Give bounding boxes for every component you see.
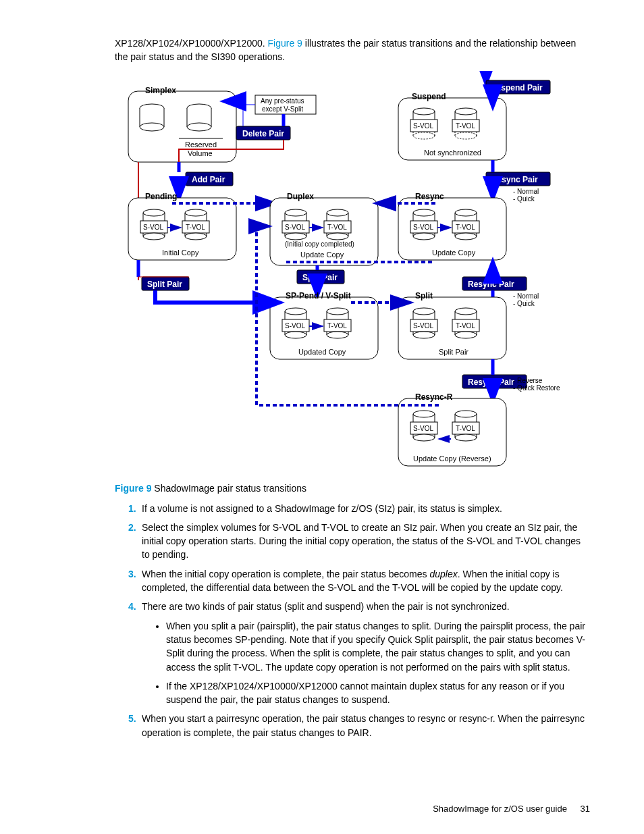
svg-point-73 — [455, 332, 477, 338]
step-3: When the initial copy operation is compl… — [128, 567, 590, 595]
svg-text:S-VOL: S-VOL — [285, 224, 305, 231]
svg-text:S-VOL: S-VOL — [413, 122, 433, 130]
intro-paragraph: XP128/XP1024/XP10000/XP12000. Figure 9 i… — [115, 36, 590, 64]
svg-text:T-VOL: T-VOL — [456, 224, 475, 231]
step-4a: When you split a pair (pairsplit), the p… — [166, 619, 590, 674]
updated-copy: Updated Copy — [298, 348, 346, 356]
svg-point-69 — [413, 332, 435, 338]
svg-text:T-VOL: T-VOL — [186, 224, 205, 231]
footer-title: ShadowImage for z/OS user guide — [433, 804, 567, 814]
step-4: There are two kinds of pair status (spli… — [128, 600, 590, 706]
svg-point-46 — [413, 233, 435, 240]
svg-point-31 — [185, 209, 207, 216]
svg-point-64 — [327, 332, 348, 338]
intro-prefix: XP128/XP1024/XP10000/XP12000. — [115, 38, 268, 49]
svg-point-50 — [455, 233, 477, 240]
update-copy-txt: Update Copy — [300, 251, 344, 259]
svg-point-17 — [455, 108, 477, 115]
state-pending-title: Pending — [145, 192, 177, 201]
split-pair-left-button: Split Pair — [147, 280, 182, 289]
figure-caption: Figure 9 ShadowImage pair status transit… — [115, 483, 590, 494]
svg-text:T-VOL: T-VOL — [327, 322, 347, 330]
not-sync: Not synchronized — [424, 149, 481, 157]
svg-point-13 — [413, 108, 435, 115]
split-pair-center-button: Split Pair — [302, 273, 338, 282]
step-5: When you start a pairresync operation, t… — [128, 712, 590, 739]
state-duplex-title: Duplex — [287, 192, 314, 201]
page-footer: ShadowImage for z/OS user guide 31 — [433, 804, 590, 814]
svg-text:T-VOL: T-VOL — [456, 122, 475, 130]
svg-text:- Normal: - Normal — [513, 292, 539, 300]
resync-pair-button-1: Resync Pair — [491, 175, 538, 184]
delete-pair-button: Delete Pair — [242, 129, 284, 138]
svg-point-36 — [285, 209, 306, 216]
svg-text:- Quick Restore: - Quick Restore — [513, 384, 560, 392]
svg-text:T-VOL: T-VOL — [456, 322, 475, 330]
svg-point-40 — [327, 209, 348, 216]
suspend-pair-button: Suspend Pair — [491, 83, 543, 93]
svg-text:S-VOL: S-VOL — [413, 224, 433, 231]
step-1: If a volume is not assigned to a ShadowI… — [128, 502, 590, 515]
svg-point-60 — [285, 332, 306, 338]
svg-point-63 — [327, 308, 348, 315]
update-copy-resync: Update Copy — [432, 249, 476, 257]
svg-point-37 — [285, 233, 306, 240]
state-sp-pend: SP-Pend / V-Split — [286, 291, 351, 301]
resync-pair-button-2: Resync Pair — [468, 280, 514, 289]
svg-text:S-VOL: S-VOL — [285, 322, 305, 330]
state-suspend-title: Suspend — [412, 92, 446, 101]
state-transition-diagram: Simplex Reserved Volume Any pre-status e… — [115, 71, 574, 473]
page-number: 31 — [581, 804, 590, 814]
resync-pair-button-3: Resync Pair — [468, 377, 514, 387]
svg-point-27 — [143, 209, 165, 216]
figure-link[interactable]: Figure 9 — [268, 38, 302, 49]
steps-list: If a volume is not assigned to a ShadowI… — [115, 502, 590, 739]
svg-point-81 — [413, 434, 435, 441]
any-pre-status: Any pre-status — [261, 97, 304, 105]
svg-point-41 — [327, 233, 348, 240]
svg-text:T-VOL: T-VOL — [456, 425, 475, 432]
svg-point-85 — [455, 434, 477, 441]
initial-copy-comp: (Initial copy completed) — [285, 240, 354, 248]
reserved-label: Reserved — [185, 140, 217, 149]
svg-point-3 — [140, 123, 164, 131]
svg-text:- Quick: - Quick — [513, 300, 535, 307]
svg-point-84 — [455, 411, 477, 417]
svg-text:- Normal: - Normal — [513, 188, 539, 195]
svg-point-49 — [455, 209, 477, 216]
svg-text:S-VOL: S-VOL — [413, 322, 433, 330]
svg-point-32 — [185, 233, 207, 240]
initial-copy: Initial Copy — [162, 249, 199, 257]
step-4b: If the XP128/XP1024/XP10000/XP12000 cann… — [166, 679, 590, 707]
svg-point-59 — [285, 308, 306, 315]
split-pair-sub: Split Pair — [439, 348, 468, 356]
step-2: Select the simplex volumes for S-VOL and… — [128, 521, 590, 562]
state-simplex-title: Simplex — [145, 86, 176, 95]
svg-point-68 — [413, 308, 435, 315]
svg-point-80 — [413, 411, 435, 417]
svg-text:T-VOL: T-VOL — [327, 224, 347, 231]
state-split: Split — [415, 291, 433, 301]
update-copy-rev: Update Copy (Reverse) — [413, 454, 491, 463]
svg-point-72 — [455, 308, 477, 315]
svg-text:- Reverse: - Reverse — [513, 377, 543, 384]
volume-label: Volume — [188, 149, 213, 157]
svg-point-45 — [413, 209, 435, 216]
figure-caption-text: ShadowImage pair status transitions — [151, 483, 306, 494]
state-resync-r: Resync-R — [415, 392, 453, 402]
svg-point-28 — [143, 233, 165, 240]
state-resync-title: Resync — [415, 192, 444, 201]
figure-number: Figure 9 — [115, 483, 151, 494]
add-pair-button: Add Pair — [192, 175, 225, 184]
svg-text:- Quick: - Quick — [513, 195, 535, 203]
svg-text:S-VOL: S-VOL — [143, 224, 163, 231]
except-vsplit: except V-Split — [262, 105, 303, 113]
svg-point-6 — [187, 123, 211, 131]
svg-text:S-VOL: S-VOL — [413, 425, 433, 432]
